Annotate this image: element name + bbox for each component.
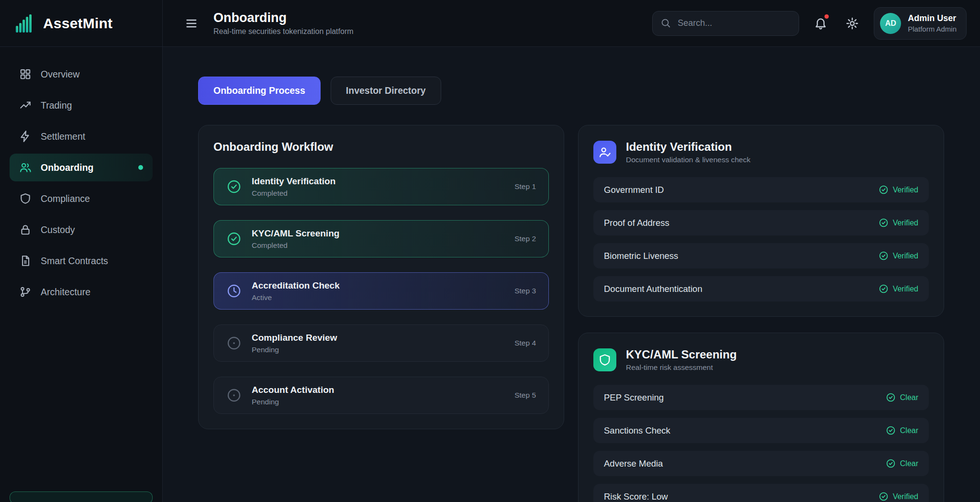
status-text: Clear: [900, 426, 918, 435]
search-box: [652, 11, 799, 36]
sidebar-item-compliance[interactable]: Compliance: [10, 185, 153, 212]
page-head: Onboarding Real-time securities tokeniza…: [213, 11, 354, 36]
check-circle-icon: [886, 458, 896, 469]
tab-onboarding-process[interactable]: Onboarding Process: [198, 77, 321, 105]
search-icon: [660, 18, 671, 28]
shield-icon: [19, 192, 32, 205]
tab-investor-directory[interactable]: Investor Directory: [331, 77, 441, 105]
pending-circle-icon: [226, 388, 242, 403]
document-icon: [19, 255, 32, 267]
user-menu[interactable]: AD Admin User Platform Admin: [874, 7, 967, 40]
bell-icon: [814, 17, 827, 30]
sidebar-item-label: Custody: [41, 224, 75, 235]
panel-subtitle: Document validation & liveness check: [626, 156, 750, 164]
sidebar-item-onboarding[interactable]: Onboarding: [10, 154, 153, 181]
brand-name: AssetMint: [43, 15, 112, 32]
panel-title: KYC/AML Screening: [626, 348, 737, 361]
menu-toggle-button[interactable]: [182, 14, 201, 33]
branch-icon: [19, 286, 32, 298]
check-label: Biometric Liveness: [604, 251, 678, 261]
step-status: Completed: [252, 189, 335, 198]
trend-icon: [19, 99, 32, 112]
page-subtitle: Real-time securities tokenization platfo…: [213, 27, 354, 36]
active-indicator-dot: [138, 165, 143, 170]
workflow-step-account-activation[interactable]: Account Activation Pending Step 5: [213, 377, 549, 414]
notifications-button[interactable]: [811, 13, 831, 33]
check-circle-icon: [879, 284, 889, 294]
check-circle-icon: [879, 218, 889, 228]
topbar-main: Onboarding Real-time securities tokeniza…: [163, 0, 980, 46]
step-title: Accreditation Check: [252, 280, 340, 291]
check-label: Adverse Media: [604, 458, 663, 469]
sidebar-item-trading[interactable]: Trading: [10, 91, 153, 119]
user-check-icon: [593, 141, 616, 164]
onboarding-workflow-card: Onboarding Workflow Identity Verificatio…: [198, 125, 564, 429]
avatar: AD: [880, 13, 901, 34]
workflow-card-title: Onboarding Workflow: [213, 140, 549, 154]
sidebar-item-label: Overview: [41, 69, 79, 80]
step-number: Step 5: [514, 391, 536, 400]
check-circle-icon: [886, 425, 896, 435]
step-number: Step 3: [514, 287, 536, 295]
check-circle-icon: [226, 179, 242, 194]
workflow-step-identity-verification[interactable]: Identity Verification Completed Step 1: [213, 168, 549, 205]
sidebar-item-label: Settlement: [41, 131, 85, 142]
status-text: Verified: [893, 492, 918, 501]
check-row-document-authentication: Document Authentication Verified: [593, 276, 929, 301]
check-label: Proof of Address: [604, 218, 669, 228]
check-row-government-id: Government ID Verified: [593, 177, 929, 202]
sidebar-item-label: Smart Contracts: [41, 256, 108, 267]
right-column: Identity Verification Document validatio…: [578, 125, 944, 502]
sidebar-item-label: Trading: [41, 100, 72, 111]
sidebar-item-overview[interactable]: Overview: [10, 60, 153, 88]
workflow-step-kyc-aml-screening[interactable]: KYC/AML Screening Completed Step 2: [213, 220, 549, 257]
workflow-step-accreditation-check[interactable]: Accreditation Check Active Step 3: [213, 272, 549, 310]
brand-logo-icon: [14, 12, 36, 34]
workflow-step-compliance-review[interactable]: Compliance Review Pending Step 4: [213, 324, 549, 362]
brand-logo: AssetMint: [14, 12, 112, 34]
search-input[interactable]: [652, 11, 799, 36]
check-row-risk-score: Risk Score: Low Verified: [593, 484, 929, 502]
check-row-pep-screening: PEP Screening Clear: [593, 385, 929, 410]
panel-subtitle: Real-time risk assessment: [626, 363, 737, 372]
gear-icon: [846, 17, 859, 30]
status-text: Clear: [900, 393, 918, 402]
sidebar-item-label: Compliance: [41, 193, 90, 204]
check-circle-icon: [886, 392, 896, 402]
step-number: Step 2: [514, 234, 536, 243]
check-label: Risk Score: Low: [604, 491, 668, 502]
tab-bar: Onboarding Process Investor Directory: [198, 77, 945, 105]
step-title: Identity Verification: [252, 176, 335, 187]
check-circle-icon: [226, 231, 242, 246]
step-status: Completed: [252, 241, 339, 250]
content-columns: Onboarding Workflow Identity Verificatio…: [198, 125, 945, 502]
settings-button[interactable]: [842, 13, 862, 33]
sidebar-item-label: Onboarding: [41, 162, 94, 173]
step-status: Pending: [252, 346, 337, 354]
step-title: Compliance Review: [252, 333, 337, 343]
notification-dot: [824, 14, 829, 19]
check-label: PEP Screening: [604, 392, 664, 403]
step-status: Pending: [252, 398, 334, 406]
check-label: Government ID: [604, 185, 664, 195]
check-circle-icon: [879, 251, 889, 261]
sidebar-item-smart-contracts[interactable]: Smart Contracts: [10, 247, 153, 275]
user-role: Platform Admin: [908, 25, 957, 33]
page-title: Onboarding: [213, 11, 354, 25]
check-circle-icon: [879, 491, 889, 502]
step-title: KYC/AML Screening: [252, 228, 339, 239]
sidebar-item-architecture[interactable]: Architecture: [10, 278, 153, 306]
clock-icon: [226, 283, 242, 299]
panel-title: Identity Verification: [626, 140, 750, 154]
status-text: Verified: [893, 285, 918, 293]
status-text: Verified: [893, 252, 918, 260]
topbar-brand-area: AssetMint: [0, 0, 163, 46]
step-number: Step 4: [514, 339, 536, 347]
topbar: AssetMint Onboarding Real-time securitie…: [0, 0, 980, 47]
main-content: Onboarding Process Investor Directory On…: [163, 47, 980, 502]
topbar-actions: AD Admin User Platform Admin: [652, 7, 967, 40]
sidebar-item-settlement[interactable]: Settlement: [10, 123, 153, 150]
sidebar-item-custody[interactable]: Custody: [10, 216, 153, 244]
check-label: Sanctions Check: [604, 425, 670, 436]
check-row-proof-of-address: Proof of Address Verified: [593, 210, 929, 235]
